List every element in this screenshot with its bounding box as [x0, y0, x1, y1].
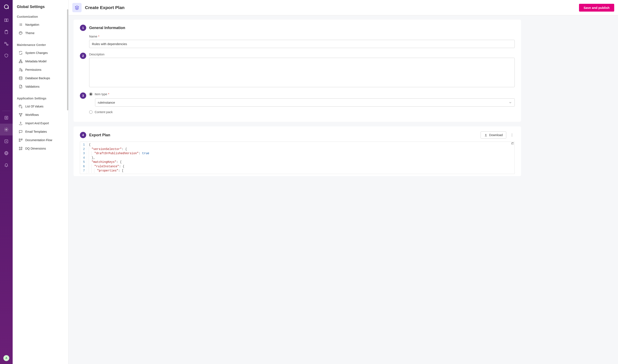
svg-point-10: [20, 32, 21, 32]
sidebar-item-label: Database Backups: [25, 77, 50, 80]
export-plan-card: 4 Export Plan Download 1 2: [74, 126, 521, 176]
general-information-card: 1 General Information Name * 2 Descripti…: [74, 20, 521, 122]
rail-item-bell[interactable]: [0, 159, 13, 171]
name-input[interactable]: [89, 40, 515, 48]
import-export-icon: [19, 121, 23, 125]
sidebar-item-system-changes[interactable]: System Changes: [13, 49, 68, 57]
rail-item-add-panel[interactable]: [0, 135, 13, 147]
svg-rect-22: [19, 139, 20, 140]
rail-item-shield[interactable]: [0, 50, 13, 62]
svg-point-0: [4, 5, 8, 9]
page-icon: [72, 3, 81, 12]
required-asterisk: *: [98, 35, 99, 38]
dimensions-icon: [19, 146, 23, 151]
svg-point-18: [19, 105, 21, 106]
content-pack-radio[interactable]: [89, 110, 93, 114]
sidebar-item-label: Email Templates: [25, 130, 47, 133]
sidebar-item-validations[interactable]: Validations: [13, 82, 68, 91]
step-badge-4: 4: [80, 132, 86, 138]
sidebar-item-database-backups[interactable]: Database Backups: [13, 74, 68, 82]
card-title: General Information: [89, 26, 125, 30]
rail-item-model[interactable]: [0, 38, 13, 50]
rail-item-clipboard[interactable]: [0, 26, 13, 38]
step-badge-3: 3: [80, 92, 86, 99]
sidebar-item-metadata-model[interactable]: Metadata Model: [13, 57, 68, 65]
svg-rect-27: [19, 149, 20, 150]
svg-rect-26: [21, 147, 22, 148]
sidebar-item-documentation-flow[interactable]: Documentation Flow: [13, 136, 68, 144]
app-root: A Global Settings Customization Navigati…: [0, 0, 618, 364]
name-label: Name *: [89, 35, 515, 38]
save-publish-button[interactable]: Save and publish: [579, 4, 614, 12]
list-icon: [19, 23, 23, 27]
sidebar-group-label: Application Settings: [13, 95, 68, 102]
svg-point-30: [512, 135, 512, 135]
item-type-radio-row[interactable]: Item type *: [89, 92, 515, 96]
editor-code[interactable]: {"versionSelector": {"draftOrPublishedVe…: [87, 142, 514, 174]
content-pack-radio-row[interactable]: Content pack: [89, 110, 515, 114]
sidebar-item-label: Workflows: [25, 113, 39, 117]
svg-rect-4: [7, 44, 8, 46]
svg-point-9: [20, 33, 20, 33]
sidebar-item-label: DQ Dimensions: [25, 147, 46, 150]
sidebar-item-dq-dimensions[interactable]: DQ Dimensions: [13, 144, 68, 153]
svg-rect-24: [19, 141, 20, 142]
sidebar-item-list-of-values[interactable]: List Of Values: [13, 102, 68, 111]
svg-rect-16: [21, 70, 22, 71]
sidebar-item-workflows[interactable]: Workflows: [13, 111, 68, 119]
svg-point-11: [21, 32, 22, 33]
sidebar-group-label: Maintenance Center: [13, 42, 68, 49]
description-textarea[interactable]: [89, 58, 515, 87]
rail-item-globe[interactable]: [0, 147, 13, 159]
sidebar-item-label: List Of Values: [25, 105, 43, 108]
svg-point-28: [21, 149, 22, 150]
svg-point-6: [6, 129, 7, 130]
code-editor[interactable]: 1 2 3 4 5 6 7 {"versionSelector": {"draf…: [80, 142, 515, 174]
item-type-value: ruleInstance: [98, 101, 115, 104]
palette-icon: [19, 31, 23, 35]
sidebar-item-label: System Changes: [25, 51, 48, 54]
content-pack-label: Content pack: [95, 110, 113, 114]
topbar: Create Export Plan Save and publish: [68, 0, 618, 15]
download-button[interactable]: Download: [481, 131, 507, 139]
sidebar-scrollbar[interactable]: [67, 9, 68, 110]
rail-item-catalog[interactable]: [0, 14, 13, 26]
svg-point-25: [19, 147, 20, 148]
sidebar-item-email-templates[interactable]: Email Templates: [13, 128, 68, 136]
sidebar-item-label: Validations: [25, 85, 40, 88]
sidebar-item-navigation[interactable]: Navigation: [13, 20, 68, 29]
sidebar-item-label: Import And Export: [25, 122, 49, 125]
person-lock-icon: [19, 68, 23, 72]
rail-item-list[interactable]: [0, 112, 13, 124]
sitemap-icon: [19, 59, 23, 63]
sidebar-group-maintenance: Maintenance Center System Changes Metada…: [13, 42, 68, 91]
item-type-radio[interactable]: [89, 92, 93, 96]
description-label: Description: [89, 53, 515, 56]
svg-point-15: [20, 68, 21, 70]
more-menu-button[interactable]: [509, 133, 515, 137]
sidebar-item-import-export[interactable]: Import And Export: [13, 119, 68, 128]
sidebar-item-permissions[interactable]: Permissions: [13, 65, 68, 74]
sidebar-title: Global Settings: [13, 4, 68, 14]
step-badge-1: 1: [80, 25, 86, 31]
svg-rect-12: [20, 60, 21, 61]
svg-point-31: [512, 136, 512, 136]
settings-sidebar: Global Settings Customization Navigation…: [13, 0, 68, 364]
rail-item-settings[interactable]: [0, 124, 13, 135]
database-icon: [19, 76, 23, 80]
user-avatar[interactable]: A: [3, 355, 9, 361]
sync-icon: [19, 51, 23, 55]
svg-point-29: [512, 134, 512, 134]
sidebar-item-theme[interactable]: Theme: [13, 29, 68, 37]
content-scroll: 1 General Information Name * 2 Descripti…: [68, 15, 618, 185]
file-check-icon: [19, 84, 23, 89]
brand-logo: [3, 3, 10, 10]
item-type-select[interactable]: ruleInstance: [95, 98, 515, 107]
layers-icon: [75, 5, 79, 10]
database-list-icon: [19, 104, 23, 108]
chevron-down-icon: [509, 101, 512, 104]
required-asterisk: *: [108, 92, 109, 96]
svg-rect-23: [21, 139, 22, 140]
sidebar-group-application: Application Settings List Of Values Work…: [13, 95, 68, 153]
download-label: Download: [489, 133, 503, 137]
